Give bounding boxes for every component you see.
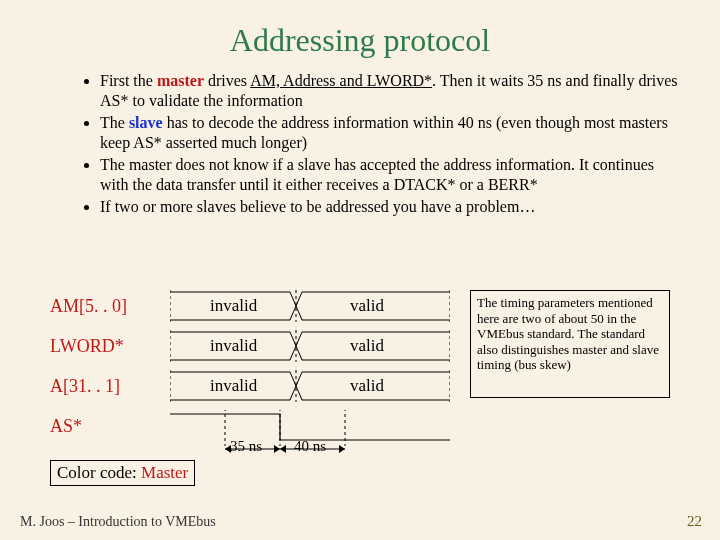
state-invalid: invalid [210, 376, 257, 396]
signal-label: AM[5. . 0] [50, 296, 127, 317]
timing-labels: 35 ns 40 ns [170, 438, 470, 458]
color-code-box: Color code: Master [50, 460, 195, 486]
list-item: The slave has to decode the address info… [100, 113, 680, 153]
waveform: invalid valid [170, 290, 450, 322]
note-box: The timing parameters mentioned here are… [470, 290, 670, 398]
text: The master does not know if a slave has … [100, 156, 654, 193]
signal-label: A[31. . 1] [50, 376, 120, 397]
state-invalid: invalid [210, 296, 257, 316]
slave-word: slave [129, 114, 163, 131]
page-number: 22 [687, 513, 702, 530]
underlined-text: AM, Address and LWORD* [250, 72, 432, 89]
timing-right: 40 ns [294, 438, 326, 455]
page-title: Addressing protocol [0, 22, 720, 59]
timing-left: 35 ns [230, 438, 262, 455]
list-item: If two or more slaves believe to be addr… [100, 197, 680, 217]
text: drives [204, 72, 250, 89]
list-item: First the master drives AM, Address and … [100, 71, 680, 111]
text: The [100, 114, 129, 131]
text: If two or more slaves believe to be addr… [100, 198, 535, 215]
text: First the [100, 72, 157, 89]
list-item: The master does not know if a slave has … [100, 155, 680, 195]
text: has to decode the address information wi… [100, 114, 668, 151]
state-invalid: invalid [210, 336, 257, 356]
color-code-master: Master [141, 463, 188, 482]
color-code-label: Color code: [57, 463, 141, 482]
waveform: invalid valid [170, 370, 450, 402]
state-valid: valid [350, 376, 384, 396]
footer-text: M. Joos – Introduction to VMEbus [20, 514, 216, 530]
state-valid: valid [350, 296, 384, 316]
state-valid: valid [350, 336, 384, 356]
signal-label: LWORD* [50, 336, 124, 357]
master-word: master [157, 72, 204, 89]
waveform: invalid valid [170, 330, 450, 362]
bullet-list: First the master drives AM, Address and … [60, 71, 680, 217]
